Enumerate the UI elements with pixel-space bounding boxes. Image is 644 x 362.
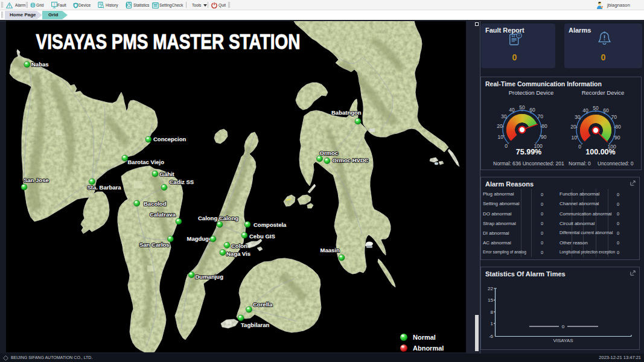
svg-text:San Carlos: San Carlos bbox=[139, 241, 170, 248]
svg-text:Unconnected: 0: Unconnected: 0 bbox=[598, 160, 634, 167]
svg-text:30: 30 bbox=[575, 114, 581, 120]
svg-text:Recorder Device: Recorder Device bbox=[582, 89, 625, 96]
svg-text:80: 80 bbox=[615, 124, 621, 130]
svg-text:-6: -6 bbox=[489, 334, 494, 339]
svg-text:80: 80 bbox=[541, 123, 547, 129]
svg-text:Barotac Viejo: Barotac Viejo bbox=[128, 159, 165, 165]
svg-text:Ormoc HVDC: Ormoc HVDC bbox=[333, 157, 369, 164]
svg-text:Naga Vis: Naga Vis bbox=[226, 250, 250, 257]
svg-text:70: 70 bbox=[538, 113, 544, 119]
svg-text:Calatrava: Calatrava bbox=[150, 211, 176, 218]
svg-text:75.99%: 75.99% bbox=[516, 148, 541, 156]
svg-text:20: 20 bbox=[497, 123, 503, 129]
svg-text:Nabas: Nabas bbox=[31, 61, 49, 68]
svg-text:Cebu GIS: Cebu GIS bbox=[249, 233, 275, 240]
svg-text:Bacolod: Bacolod bbox=[144, 200, 167, 207]
svg-text:Corella: Corella bbox=[253, 301, 273, 308]
svg-text:60: 60 bbox=[529, 107, 535, 113]
svg-text:20: 20 bbox=[570, 124, 576, 130]
svg-text:Normal: 0: Normal: 0 bbox=[569, 160, 591, 167]
svg-text:Gahit: Gahit bbox=[160, 171, 175, 177]
svg-text:Protection Device: Protection Device bbox=[509, 89, 553, 96]
svg-text:!: ! bbox=[54, 2, 55, 6]
svg-text:Babatngon: Babatngon bbox=[331, 109, 362, 116]
svg-text:0: 0 bbox=[578, 144, 581, 150]
svg-text:15: 15 bbox=[488, 297, 493, 303]
svg-text:10: 10 bbox=[498, 134, 504, 140]
svg-text:90: 90 bbox=[541, 134, 547, 140]
svg-text:Colon: Colon bbox=[231, 243, 247, 249]
svg-text:Compostela: Compostela bbox=[253, 221, 287, 228]
svg-text:50: 50 bbox=[519, 104, 525, 110]
svg-text:8: 8 bbox=[491, 310, 494, 315]
svg-text:Cadiz SS: Cadiz SS bbox=[170, 179, 194, 185]
svg-text:VISAYAS: VISAYAS bbox=[553, 338, 573, 343]
svg-text:70: 70 bbox=[611, 114, 617, 120]
svg-text:40: 40 bbox=[509, 107, 515, 113]
svg-text:Maasin: Maasin bbox=[320, 247, 340, 253]
svg-text:VISAYAS PMS MASTER STATION: VISAYAS PMS MASTER STATION bbox=[36, 30, 301, 53]
svg-text:Ormoc: Ormoc bbox=[320, 150, 339, 156]
svg-text:Calong Calong: Calong Calong bbox=[198, 215, 238, 221]
svg-text:40: 40 bbox=[582, 107, 588, 113]
svg-text:30: 30 bbox=[501, 113, 507, 119]
svg-text:Tagbilaran: Tagbilaran bbox=[241, 322, 270, 328]
svg-text:50: 50 bbox=[593, 105, 599, 111]
svg-text:Abnormal: Abnormal bbox=[413, 345, 444, 352]
svg-text:Dumanjug: Dumanjug bbox=[196, 273, 224, 280]
svg-text:0: 0 bbox=[505, 143, 508, 149]
svg-text:San Jose: San Jose bbox=[24, 177, 49, 183]
svg-text:100.00%: 100.00% bbox=[585, 148, 615, 156]
svg-text:Normal: Normal bbox=[413, 334, 436, 341]
svg-text:0: 0 bbox=[562, 324, 565, 329]
svg-text:90: 90 bbox=[614, 135, 620, 141]
svg-text:Normal: 636 Unconnected: 201: Normal: 636 Unconnected: 201 bbox=[493, 160, 564, 167]
svg-text:Concepcion: Concepcion bbox=[153, 136, 187, 142]
svg-text:22: 22 bbox=[488, 286, 493, 291]
svg-text:10: 10 bbox=[572, 135, 578, 141]
svg-text:Magdugo: Magdugo bbox=[187, 235, 212, 242]
svg-text:60: 60 bbox=[603, 107, 609, 113]
svg-text:1: 1 bbox=[491, 321, 494, 326]
